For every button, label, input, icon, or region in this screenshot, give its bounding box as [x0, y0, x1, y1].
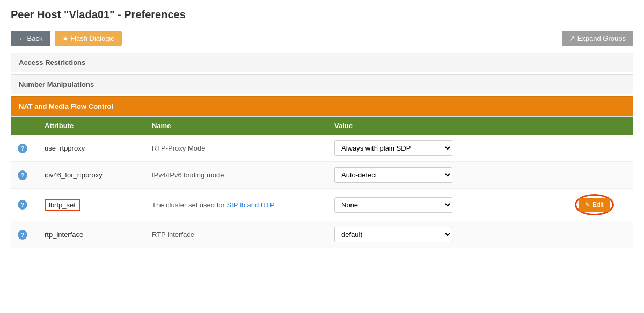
row4-name: RTP interface	[145, 221, 328, 248]
col-value: Value	[328, 117, 568, 135]
row3-action[interactable]: ✎ Edit	[568, 189, 633, 221]
back-button[interactable]: ← Back	[11, 31, 50, 46]
row1-value[interactable]: Always with plain SDP Auto-detect None d…	[328, 135, 568, 161]
row1-action	[568, 135, 633, 161]
lbrtp-set-select[interactable]: None Auto-detect Always with plain SDP d…	[334, 197, 452, 213]
table-row: ? ipv46_for_rtpproxy IPv4/IPv6 briding m…	[11, 161, 633, 188]
edit-button-highlight: ✎ Edit	[575, 194, 614, 215]
edit-button[interactable]: ✎ Edit	[579, 198, 610, 212]
groups-container: Access Restrictions Number Manipulations…	[0, 53, 644, 261]
row2-attribute: ipv46_for_rtpproxy	[38, 162, 145, 188]
row1-name: RTP-Proxy Mode	[145, 135, 328, 161]
col-name: Name	[145, 117, 328, 135]
row2-value[interactable]: Auto-detect Always with plain SDP None d…	[328, 162, 568, 188]
row3-value[interactable]: None Auto-detect Always with plain SDP d…	[328, 189, 568, 221]
row1-attribute: use_rtpproxy	[38, 135, 145, 161]
help-icon[interactable]: ?	[18, 230, 27, 240]
page-title: Peer Host "Vlada01" - Preferences	[11, 9, 633, 21]
row2-action	[568, 162, 633, 188]
group-access-restrictions[interactable]: Access Restrictions	[11, 53, 633, 72]
help-icon[interactable]: ?	[18, 144, 27, 153]
row4-value[interactable]: default Auto-detect None Always with pla…	[328, 221, 568, 248]
col-attribute: Attribute	[38, 117, 145, 135]
row3-help[interactable]: ?	[11, 189, 38, 221]
help-icon[interactable]: ?	[18, 200, 27, 210]
table-header: Attribute Name Value	[11, 117, 633, 135]
row3-name: The cluster set used for SIP lb and RTP	[145, 189, 328, 221]
sip-lb-rtp-link[interactable]: SIP lb and RTP	[226, 201, 274, 209]
table-row: ? use_rtpproxy RTP-Proxy Mode Always wit…	[11, 135, 633, 161]
group-nat-media[interactable]: NAT and Media Flow Control	[11, 96, 633, 116]
row2-help[interactable]: ?	[11, 162, 38, 188]
rtp-interface-select[interactable]: default Auto-detect None Always with pla…	[334, 227, 452, 242]
group-number-manipulations[interactable]: Number Manipulations	[11, 74, 633, 94]
use-rtpproxy-select[interactable]: Always with plain SDP Auto-detect None d…	[334, 140, 452, 156]
row2-name: IPv4/IPv6 briding mode	[145, 162, 328, 188]
help-icon[interactable]: ?	[18, 170, 27, 180]
col-icon	[11, 117, 38, 135]
row4-action	[568, 221, 633, 248]
row4-help[interactable]: ?	[11, 221, 38, 248]
expand-groups-button[interactable]: ↗ Expand Groups	[562, 31, 633, 46]
flash-dialogic-button[interactable]: ★ Flash Dialogic	[55, 31, 122, 46]
col-action	[568, 117, 633, 135]
table-row: ? rtp_interface RTP interface default Au…	[11, 221, 633, 248]
row3-attribute: lbrtp_set	[38, 189, 145, 221]
edit-icon: ✎	[585, 201, 590, 208]
ipv46-rtpproxy-select[interactable]: Auto-detect Always with plain SDP None d…	[334, 167, 452, 183]
row4-attribute: rtp_interface	[38, 221, 145, 248]
row1-help[interactable]: ?	[11, 135, 38, 161]
preferences-table: Attribute Name Value ? use_rtpproxy RTP-…	[11, 116, 633, 248]
table-row: ? lbrtp_set The cluster set used for SIP…	[11, 188, 633, 221]
